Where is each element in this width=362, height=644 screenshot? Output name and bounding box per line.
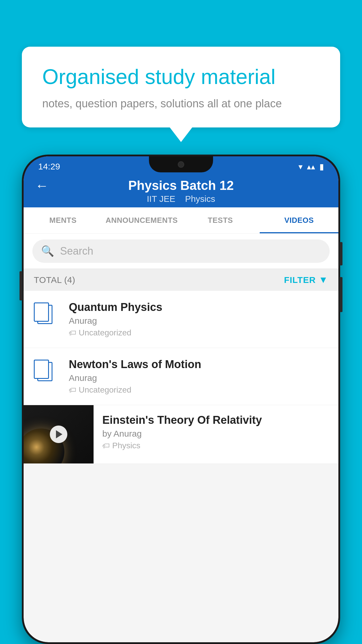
play-icon (56, 430, 62, 438)
power-button-top (340, 242, 342, 265)
video-title: Quantum Physics (69, 301, 328, 314)
video-item-content: Quantum Physics Anurag 🏷 Uncategorized (69, 301, 328, 337)
video-item-content: Newton's Laws of Motion Anurag 🏷 Uncateg… (69, 358, 328, 395)
power-button-bottom (340, 277, 342, 312)
total-count: TOTAL (4) (34, 275, 75, 285)
search-placeholder: Search (60, 245, 93, 257)
tag-label: Uncategorized (79, 328, 131, 337)
video-item-content: Einstein's Theory Of Relativity by Anura… (94, 405, 338, 459)
speech-bubble: Organised study material notes, question… (22, 47, 340, 127)
phone-screen: 14:29 ▾ ▴▴ ▮ ← Physics Batch 12 IIT JEE (24, 156, 338, 642)
filter-bar: TOTAL (4) FILTER ▼ (24, 269, 338, 291)
docs-icon (34, 302, 54, 326)
screen-subtitle: IIT JEE Physics (24, 194, 338, 207)
tab-announcements[interactable]: ANNOUNCEMENTS (102, 207, 181, 233)
subtitle-iitjee: IIT JEE (147, 194, 175, 204)
back-button[interactable]: ← (35, 178, 49, 193)
tag-icon: 🏷 (69, 328, 76, 337)
signal-icon: ▴▴ (307, 162, 315, 172)
filter-icon: ▼ (319, 274, 328, 285)
doc-front (34, 302, 49, 322)
front-camera (178, 161, 184, 168)
status-icons: ▾ ▴▴ ▮ (298, 162, 324, 172)
play-button[interactable] (50, 426, 67, 443)
video-tag: 🏷 Physics (102, 441, 330, 450)
wifi-icon: ▾ (298, 162, 303, 172)
tab-bar: MENTS ANNOUNCEMENTS TESTS VIDEOS (24, 207, 338, 234)
doc-front (34, 360, 49, 379)
search-bar[interactable]: 🔍 Search (32, 239, 330, 263)
bubble-subtitle: notes, question papers, solutions all at… (42, 97, 320, 110)
filter-label: FILTER (284, 275, 316, 285)
list-item[interactable]: Einstein's Theory Of Relativity by Anura… (24, 405, 338, 464)
tag-icon: 🏷 (102, 441, 110, 450)
phone-notch (149, 156, 213, 172)
video-author: Anurag (69, 373, 328, 383)
screen-title: Physics Batch 12 (128, 178, 234, 193)
tab-tests[interactable]: TESTS (181, 207, 260, 233)
video-author: by Anurag (102, 429, 330, 439)
docs-icon (34, 360, 54, 383)
app-bar-row: ← Physics Batch 12 (24, 177, 338, 194)
search-container: 🔍 Search (24, 234, 338, 269)
video-thumbnail (24, 405, 94, 463)
video-author: Anurag (69, 316, 328, 326)
video-list: Quantum Physics Anurag 🏷 Uncategorized (24, 291, 338, 464)
tag-label: Uncategorized (79, 385, 131, 395)
volume-button (20, 271, 22, 300)
tab-ments[interactable]: MENTS (24, 207, 102, 233)
phone-device: 14:29 ▾ ▴▴ ▮ ← Physics Batch 12 IIT JEE (22, 155, 340, 644)
filter-button[interactable]: FILTER ▼ (284, 274, 328, 285)
tag-icon: 🏷 (69, 386, 76, 395)
search-icon: 🔍 (41, 245, 54, 257)
phone-wrapper: 14:29 ▾ ▴▴ ▮ ← Physics Batch 12 IIT JEE (22, 155, 340, 644)
bubble-title: Organised study material (42, 64, 320, 89)
video-item-icon (34, 302, 60, 326)
tag-label: Physics (112, 441, 140, 450)
list-item[interactable]: Newton's Laws of Motion Anurag 🏷 Uncateg… (24, 348, 338, 405)
video-title: Einstein's Theory Of Relativity (102, 414, 330, 426)
video-item-icon (34, 360, 60, 383)
video-tag: 🏷 Uncategorized (69, 328, 328, 337)
video-title: Newton's Laws of Motion (69, 358, 328, 371)
subtitle-physics: Physics (185, 194, 215, 204)
battery-icon: ▮ (319, 162, 324, 172)
status-time: 14:29 (38, 162, 60, 172)
app-screen: 14:29 ▾ ▴▴ ▮ ← Physics Batch 12 IIT JEE (24, 156, 338, 642)
video-tag: 🏷 Uncategorized (69, 385, 328, 395)
tab-videos[interactable]: VIDEOS (260, 207, 338, 233)
list-item[interactable]: Quantum Physics Anurag 🏷 Uncategorized (24, 291, 338, 348)
